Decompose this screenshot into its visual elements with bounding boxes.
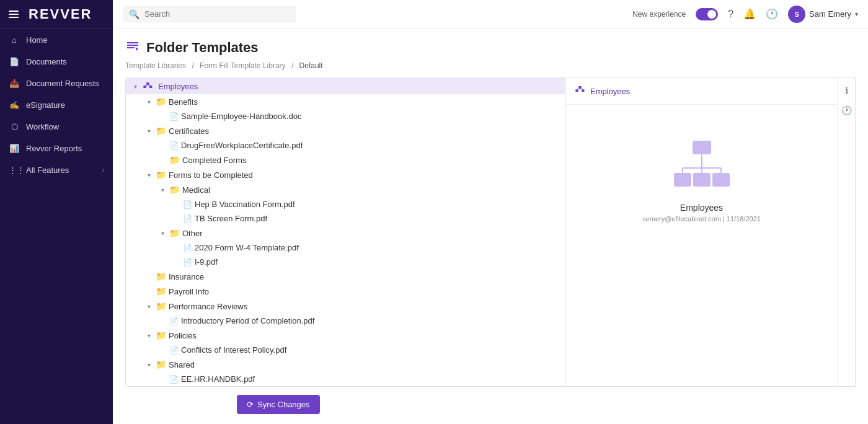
topbar-right: New experience ? 🔔 🕐 S Sam Emery ▾ <box>632 6 858 23</box>
tree-file-conflicts[interactable]: 📄 Conflicts of Interest Policy.pdf <box>126 343 565 357</box>
sidebar-item-all-features-label: All Features <box>26 166 69 175</box>
chevron-down-icon: ▾ <box>131 83 140 90</box>
tree-file-drugfree[interactable]: 📄 DrugFreeWorkplaceCertificate.pdf <box>126 138 565 152</box>
tree-file-tb-screen[interactable]: 📄 TB Screen Form.pdf <box>126 211 565 226</box>
flow-icon: ⬡ <box>9 122 20 131</box>
tree-file-label-conflicts: Conflicts of Interest Policy.pdf <box>181 345 286 355</box>
tree-file-intro-period[interactable]: 📄 Introductory Period of Completion.pdf <box>126 314 565 328</box>
tree-file-ee-hr[interactable]: 📄 EE.HR.HANDBK.pdf <box>126 372 565 386</box>
folder-template-icon <box>125 38 140 56</box>
chevron-right-icon: › <box>102 167 104 174</box>
tree-file-hep-b[interactable]: 📄 Hep B Vaccination Form.pdf <box>126 197 565 211</box>
folder-icon-policies: 📁 <box>156 330 166 340</box>
breadcrumb-link-template-libraries[interactable]: Template Libraries <box>125 61 186 70</box>
tree-file-label-drugfree: DrugFreeWorkplaceCertificate.pdf <box>181 141 303 150</box>
folder-structure-icon <box>142 81 153 92</box>
hamburger-icon[interactable] <box>9 11 19 18</box>
sidebar-item-all-features[interactable]: ⋮⋮ All Features › <box>0 159 113 181</box>
sync-icon: ⟳ <box>247 400 254 409</box>
chevron-down-icon: ▾ <box>144 303 153 310</box>
tree-node-employees[interactable]: ▾ Employees <box>126 78 565 94</box>
chevron-down-icon: ▾ <box>144 332 153 339</box>
sync-bar: ⟳ Sync Changes <box>237 395 320 414</box>
tree-file-label-intro: Introductory Period of Completion.pdf <box>181 316 314 325</box>
folder-icon-certificates: 📁 <box>156 126 166 136</box>
help-icon[interactable]: ? <box>728 9 733 20</box>
file-icon-pdf: 📄 <box>169 141 179 150</box>
sidebar-item-document-requests[interactable]: 📥 Document Requests <box>0 73 113 94</box>
tree-node-policies[interactable]: ▾ 📁 Policies <box>126 328 565 343</box>
svg-rect-7 <box>582 89 585 92</box>
file-icon-doc: 📄 <box>169 112 179 121</box>
breadcrumb-separator-2: / <box>291 61 293 70</box>
svg-rect-12 <box>693 173 711 187</box>
new-experience-toggle[interactable] <box>696 8 718 20</box>
svg-line-4 <box>148 85 151 86</box>
tree-node-policies-label: Policies <box>169 331 197 340</box>
tree-file-w4[interactable]: 📄 2020 Form W-4 Template.pdf <box>126 241 565 255</box>
sidebar-item-esignature-label: eSignature <box>26 100 65 110</box>
svg-rect-1 <box>146 82 149 85</box>
sidebar-item-esignature[interactable]: ✍ eSignature <box>0 94 113 116</box>
panels: ▾ Employees ▾ 📁 Benefits 📄 <box>113 77 868 424</box>
user-dropdown-chevron: ▾ <box>855 11 858 17</box>
tree-file-label-w4: 2020 Form W-4 Template.pdf <box>195 243 299 252</box>
tree-node-completed-forms-label: Completed Forms <box>182 156 246 165</box>
tree-node-other[interactable]: ▾ 📁 Other <box>126 226 565 241</box>
sidebar-item-documents[interactable]: 📄 Documents <box>0 51 113 73</box>
sync-button[interactable]: ⟳ Sync Changes <box>237 395 320 414</box>
svg-rect-5 <box>575 89 578 92</box>
info-icon[interactable]: ℹ <box>839 83 854 98</box>
notifications-icon[interactable]: 🔔 <box>743 8 756 20</box>
tree-node-benefits[interactable]: ▾ 📁 Benefits <box>126 94 565 109</box>
search-container: 🔍 <box>123 6 296 22</box>
folder-icon-shared: 📁 <box>156 360 166 369</box>
svg-rect-13 <box>712 173 730 187</box>
sidebar-item-workflow[interactable]: ⬡ Workflow <box>0 116 113 138</box>
sidebar-item-workflow-label: Workflow <box>26 122 59 131</box>
tree-node-payroll[interactable]: 📁 Payroll Info <box>126 284 565 299</box>
tree-node-benefits-label: Benefits <box>169 97 198 107</box>
preview-illustration <box>671 139 733 195</box>
tree-file-label-hepb: Hep B Vaccination Form.pdf <box>195 200 295 209</box>
chevron-down-icon: ▾ <box>144 128 153 135</box>
folder-icon-payroll: 📁 <box>156 286 166 296</box>
chevron-down-icon: ▾ <box>158 230 167 237</box>
tree-node-workers-comp[interactable]: 📁 Workers Comp <box>126 386 565 387</box>
grid-icon: ⋮⋮ <box>9 166 20 175</box>
tree-node-completed-forms[interactable]: 📁 Completed Forms <box>126 152 565 167</box>
breadcrumb-current: Default <box>299 61 323 70</box>
preview-meta: Employees semery@efilecabinet.com | 11/1… <box>642 203 761 223</box>
tree-node-performance-label: Performance Reviews <box>169 302 247 311</box>
svg-rect-10 <box>693 141 711 154</box>
preview-folder-struct-icon <box>574 84 585 98</box>
folder-icon-insurance: 📁 <box>156 272 166 281</box>
tree-file-i9[interactable]: 📄 I-9.pdf <box>126 255 565 269</box>
user-badge[interactable]: S Sam Emery ▾ <box>788 6 858 23</box>
history-side-icon[interactable]: 🕐 <box>839 103 854 118</box>
folder-icon-performance: 📁 <box>156 301 166 311</box>
topbar: 🔍 New experience ? 🔔 🕐 S Sam Emery ▾ <box>113 0 868 29</box>
sync-button-label: Sync Changes <box>257 400 310 409</box>
breadcrumb-link-form-fill[interactable]: Form Fill Template Library <box>200 61 285 70</box>
sidebar-item-home[interactable]: ⌂ Home <box>0 29 113 51</box>
tree-node-forms-to-complete[interactable]: ▾ 📁 Forms to be Completed <box>126 167 565 182</box>
tree-node-shared-label: Shared <box>169 360 195 369</box>
pen-icon: ✍ <box>9 100 20 110</box>
tree-node-shared[interactable]: ▾ 📁 Shared <box>126 357 565 372</box>
file-icon: 📄 <box>9 57 20 66</box>
file-icon-ee-hr: 📄 <box>169 375 179 384</box>
tree-node-performance[interactable]: ▾ 📁 Performance Reviews <box>126 299 565 314</box>
file-icon-conflicts: 📄 <box>169 346 179 355</box>
tree-node-medical[interactable]: ▾ 📁 Medical <box>126 182 565 197</box>
tree-file-sample-employee-handbook[interactable]: 📄 Sample-Employee-Handbook.doc <box>126 109 565 123</box>
tree-node-certificates[interactable]: ▾ 📁 Certificates <box>126 123 565 138</box>
chevron-down-icon: ▾ <box>144 361 153 368</box>
sidebar-item-revver-reports[interactable]: 📊 Revver Reports <box>0 138 113 159</box>
right-icon-panel: ℹ 🕐 <box>838 77 856 387</box>
history-icon[interactable]: 🕐 <box>766 8 778 20</box>
breadcrumb-separator-1: / <box>192 61 193 70</box>
tree-node-insurance[interactable]: 📁 Insurance <box>126 269 565 284</box>
svg-rect-11 <box>674 173 691 187</box>
search-input[interactable] <box>144 9 290 19</box>
